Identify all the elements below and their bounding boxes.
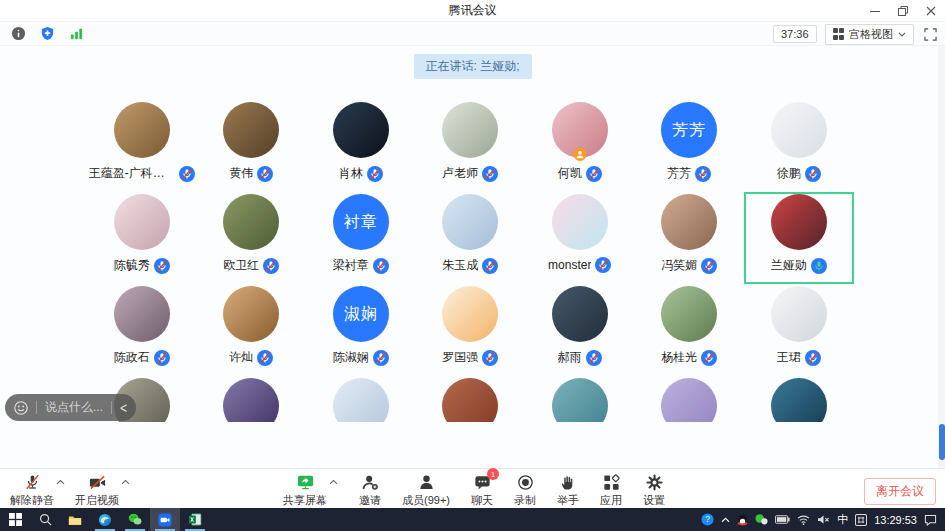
emoji-icon[interactable]: [14, 401, 28, 415]
mic-status-icon: [586, 166, 602, 182]
volume-muted-icon[interactable]: [817, 514, 830, 525]
participant-avatar: 淑娴: [333, 286, 389, 342]
meeting-info-icon[interactable]: [10, 25, 27, 42]
participant-tile[interactable]: 徐鹏: [744, 100, 854, 192]
close-button[interactable]: [917, 0, 945, 22]
participant-avatar: [333, 378, 389, 422]
participant-tile[interactable]: 朱玉成: [416, 192, 526, 284]
participant-tile[interactable]: 冯笑媚: [635, 192, 745, 284]
toolbar-invite-button[interactable]: 邀请: [359, 472, 381, 508]
toolbar-raise-hand-button[interactable]: 举手: [557, 472, 579, 508]
excel-icon[interactable]: [180, 508, 210, 531]
wifi-icon[interactable]: [797, 515, 810, 525]
collapse-chatbar-icon[interactable]: <: [120, 399, 127, 416]
participant-tile[interactable]: 衬章梁衬章: [306, 192, 416, 284]
edge-icon[interactable]: [90, 508, 120, 531]
participant-tile[interactable]: 杨桂光: [635, 284, 745, 376]
participant-avatar: [223, 194, 279, 250]
ime-lang-indicator[interactable]: 中: [837, 512, 848, 527]
tray-expand-icon[interactable]: [721, 517, 730, 523]
participant-name: 欧卫红: [223, 257, 259, 274]
toolbar-camera-off-button[interactable]: 开启视频: [75, 472, 119, 508]
toolbar-record-button[interactable]: 录制: [514, 472, 536, 508]
toolbar-screen-share-button[interactable]: 共享屏幕: [283, 472, 327, 508]
participant-tile[interactable]: [197, 376, 307, 422]
participant-name: 陈淑娴: [333, 349, 369, 366]
participant-tile[interactable]: 郝雨: [525, 284, 635, 376]
participant-tile[interactable]: 许灿: [197, 284, 307, 376]
window-title: 腾讯会议: [449, 2, 497, 19]
wechat-icon[interactable]: [120, 508, 150, 531]
tencent-meeting-icon[interactable]: [150, 508, 180, 531]
caret-up-icon[interactable]: [329, 479, 338, 485]
battery-icon[interactable]: [775, 515, 790, 524]
wechat-tray-icon[interactable]: [755, 514, 768, 525]
file-explorer-icon[interactable]: [60, 508, 90, 531]
toolbar-chat-button[interactable]: 1聊天: [471, 472, 493, 508]
leave-meeting-button[interactable]: 离开会议: [864, 478, 936, 505]
participant-tile[interactable]: 淑娴陈淑娴: [306, 284, 416, 376]
participant-tile[interactable]: monster: [525, 192, 635, 284]
chat-quickbar[interactable]: 说点什么... <: [5, 394, 136, 421]
participant-avatar: [442, 378, 498, 422]
network-signal-icon[interactable]: [68, 25, 85, 42]
chat-unread-badge: 1: [487, 468, 499, 480]
participant-avatar: [661, 194, 717, 250]
chat-input-placeholder[interactable]: 说点什么...: [45, 399, 103, 416]
participant-tile[interactable]: 王蕴盈-广科大信...: [87, 100, 197, 192]
participant-tile[interactable]: 陈政石: [87, 284, 197, 376]
participant-name: monster: [548, 258, 591, 272]
participant-tile[interactable]: 何凯: [525, 100, 635, 192]
minimize-button[interactable]: [861, 0, 889, 22]
mic-status-icon: [367, 166, 383, 182]
raise-hand-icon: [557, 472, 579, 492]
security-shield-icon[interactable]: [39, 25, 56, 42]
taskbar: ? 中 13:29:53: [0, 508, 945, 531]
start-button[interactable]: [0, 508, 30, 531]
search-button[interactable]: [30, 508, 60, 531]
participant-tile[interactable]: 王珺: [744, 284, 854, 376]
notification-icon[interactable]: [924, 514, 937, 526]
participant-tile[interactable]: [525, 376, 635, 422]
participant-tile[interactable]: 兰娅勋: [744, 192, 854, 284]
mic-status-icon: [482, 350, 498, 366]
chat-icon: 1: [471, 472, 493, 492]
svg-text:?: ?: [705, 514, 710, 524]
participant-tile[interactable]: [416, 376, 526, 422]
participant-tile[interactable]: [635, 376, 745, 422]
caret-up-icon[interactable]: [56, 479, 65, 485]
participant-tile[interactable]: 肖林: [306, 100, 416, 192]
participant-avatar: [661, 378, 717, 422]
meeting-tray-icon[interactable]: ?: [701, 513, 714, 526]
clock[interactable]: 13:29:53: [874, 514, 917, 526]
participant-name: 王蕴盈-广科大信...: [89, 165, 175, 182]
view-mode-button[interactable]: 宫格视图: [825, 24, 915, 45]
participant-avatar: [223, 286, 279, 342]
participant-tile[interactable]: 卢老师: [416, 100, 526, 192]
participant-tile[interactable]: 芳芳芳芳: [635, 100, 745, 192]
toolbar-settings-button[interactable]: 设置: [643, 472, 665, 508]
caret-up-icon[interactable]: [121, 479, 130, 485]
divider: [36, 401, 37, 414]
participant-tile[interactable]: 罗国强: [416, 284, 526, 376]
participant-name: 陈毓秀: [114, 257, 150, 274]
participant-tile[interactable]: [306, 376, 416, 422]
scrollbar-thumb[interactable]: [939, 424, 945, 460]
toolbar-label: 举手: [557, 493, 579, 508]
fullscreen-icon[interactable]: [922, 26, 939, 43]
restore-button[interactable]: [889, 0, 917, 22]
participant-tile[interactable]: [744, 376, 854, 422]
participant-tile[interactable]: 欧卫红: [197, 192, 307, 284]
qq-icon[interactable]: [737, 514, 748, 526]
toolbar-members-button[interactable]: 成员(99+): [402, 472, 450, 508]
participant-name: 郝雨: [558, 349, 582, 366]
participant-tile[interactable]: 陈毓秀: [87, 192, 197, 284]
participant-avatar: [771, 286, 827, 342]
toolbar-apps-button[interactable]: 应用: [600, 472, 622, 508]
toolbar-left-group: 解除静音开启视频: [10, 472, 130, 508]
mic-status-icon: [805, 350, 821, 366]
toolbar-mic-off-button[interactable]: 解除静音: [10, 472, 54, 508]
participant-tile[interactable]: 黄伟: [197, 100, 307, 192]
mic-status-icon: [154, 258, 170, 274]
ime-grid-icon[interactable]: [855, 514, 867, 526]
